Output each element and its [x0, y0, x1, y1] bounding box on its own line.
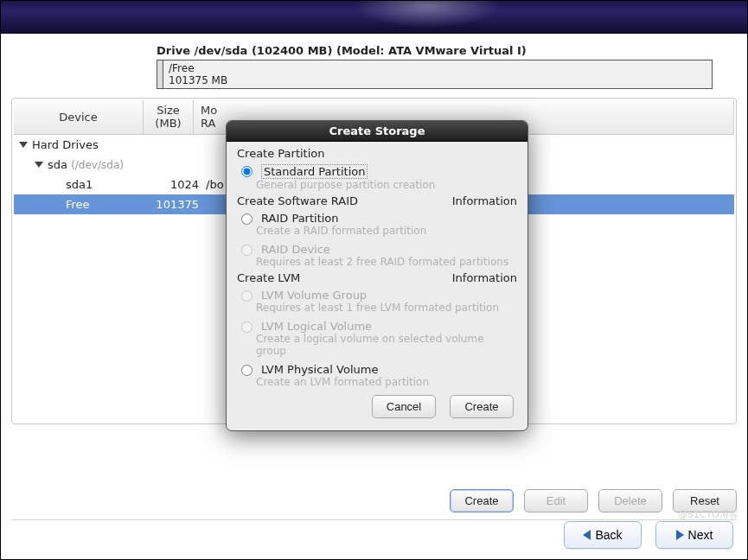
- opt-lvm-vg: LVM Volume Group: [237, 286, 517, 302]
- col-device[interactable]: Device: [14, 100, 144, 134]
- radio-standard-partition[interactable]: [241, 166, 253, 177]
- expander-icon[interactable]: [35, 162, 43, 168]
- installer-banner: [1, 1, 747, 34]
- arrow-right-icon: [676, 530, 684, 540]
- drive-used-segment: [157, 60, 163, 88]
- radio-raid-partition[interactable]: [241, 213, 253, 225]
- desc-standard-partition: General purpose partition creation: [256, 179, 517, 191]
- opt-lvm-lv: LVM Logical Volume: [237, 317, 517, 333]
- back-button[interactable]: Back: [564, 521, 642, 549]
- col-size[interactable]: Size (MB): [144, 100, 194, 134]
- dialog-button-row: Cancel Create: [237, 391, 517, 422]
- desc-raid-partition: Create a RAID formated partition: [256, 225, 517, 237]
- desc-raid-device: Requires at least 2 free RAID formated p…: [256, 256, 517, 268]
- info-lvm[interactable]: Information: [452, 271, 517, 284]
- dialog-title: Create Storage: [227, 121, 527, 142]
- opt-raid-device: RAID Device: [237, 240, 517, 256]
- delete-button: Delete: [598, 489, 662, 512]
- radio-lvm-pv[interactable]: [241, 365, 253, 376]
- drive-free-segment: /Free 101375 MB: [163, 60, 712, 88]
- opt-raid-partition[interactable]: RAID Partition: [237, 209, 517, 225]
- info-raid[interactable]: Information: [452, 194, 517, 207]
- watermark: @51CTO博客: [678, 508, 738, 521]
- section-create-raid: Create Software RAID Information: [237, 194, 517, 207]
- drive-free-label: /Free: [169, 62, 706, 74]
- drive-free-size: 101375 MB: [169, 74, 706, 86]
- desc-lvm-vg: Requires at least 1 free LVM formated pa…: [256, 302, 517, 314]
- dialog-cancel-button[interactable]: Cancel: [372, 395, 436, 418]
- desc-lvm-lv: Create a logical volume on selected volu…: [256, 333, 517, 357]
- drive-summary: Drive /dev/sda (102400 MB) (Model: ATA V…: [1, 34, 747, 96]
- dialog-create-button[interactable]: Create: [450, 395, 514, 418]
- section-create-partition: Create Partition: [237, 147, 517, 160]
- drive-title: Drive /dev/sda (102400 MB) (Model: ATA V…: [157, 44, 713, 57]
- create-storage-dialog: Create Storage Create Partition Standard…: [226, 120, 528, 431]
- section-create-lvm: Create LVM Information: [237, 271, 517, 284]
- next-button[interactable]: Next: [655, 521, 733, 549]
- radio-lvm-vg: [241, 290, 253, 302]
- edit-button: Edit: [524, 489, 588, 512]
- arrow-left-icon: [583, 530, 591, 540]
- partition-toolbar: Create Edit Delete Reset: [11, 489, 737, 520]
- drive-usage-bar: /Free 101375 MB: [157, 60, 713, 89]
- create-button[interactable]: Create: [450, 489, 514, 512]
- desc-lvm-pv: Create an LVM formated partition: [256, 376, 517, 388]
- expander-icon[interactable]: [19, 142, 28, 148]
- radio-lvm-lv: [241, 321, 253, 333]
- opt-lvm-pv[interactable]: LVM Physical Volume: [237, 360, 517, 376]
- radio-raid-device: [241, 245, 253, 256]
- opt-standard-partition[interactable]: Standard Partition: [237, 162, 517, 179]
- nav-buttons: Back Next: [564, 521, 733, 549]
